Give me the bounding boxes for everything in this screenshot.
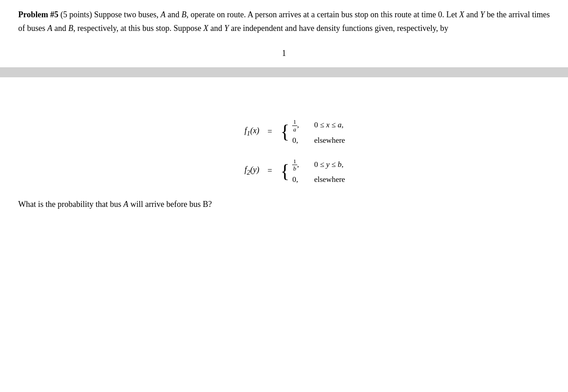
f2-brace: { <box>280 158 289 184</box>
f2-case2: 0, elsewhere <box>292 175 345 184</box>
text-respectively: , respectively, at this bus stop. Suppos… <box>73 24 203 33</box>
number-1: 1 <box>282 49 286 58</box>
text-operate: , operate on route. A person arrives at … <box>187 10 459 19</box>
f2-paren-close: ) <box>257 165 259 174</box>
points-label: (5 points) Suppose two buses, <box>61 10 161 19</box>
f1-equals: = <box>268 127 272 136</box>
f1-subscript: 1 <box>247 130 250 137</box>
text-and-b: and <box>52 24 68 33</box>
problem-title: Problem #5 <box>18 10 58 19</box>
f1-brace-wrapper: { 1 a , 0 ≤ x ≤ a, 0, <box>280 118 345 145</box>
var-A: A <box>161 10 166 19</box>
page: Problem #5 (5 points) Suppose two buses,… <box>0 0 568 392</box>
f1-formula-row: f1(x) = { 1 a , 0 ≤ x ≤ a, <box>223 118 345 145</box>
f2-brace-wrapper: { 1 b , 0 ≤ y ≤ b, 0, <box>280 158 345 184</box>
f1-case1: 1 a , 0 ≤ x ≤ a, <box>292 118 345 133</box>
text-independent: are independent and have density functio… <box>229 24 448 33</box>
bottom-section: f1(x) = { 1 a , 0 ≤ x ≤ a, <box>0 77 568 220</box>
var-B2: B <box>68 24 73 33</box>
f2-case1: 1 b , 0 ≤ y ≤ b, <box>292 158 345 172</box>
f2-case2-condition: elsewhere <box>314 175 345 184</box>
f1-numerator: 1 <box>292 118 297 126</box>
f2-case1-value: 1 b , <box>292 158 306 172</box>
f2-case1-condition: 0 ≤ y ≤ b, <box>314 160 343 169</box>
f2-cases: 1 b , 0 ≤ y ≤ b, 0, elsewhere <box>292 158 345 184</box>
f2-subscript: 2 <box>247 169 250 176</box>
f2-lhs: f2(y) <box>223 165 259 176</box>
f2-denominator: b <box>292 165 297 172</box>
final-question: What is the probability that bus A will … <box>18 198 550 211</box>
f1-case2-value: 0, <box>292 136 306 145</box>
f2-equals: = <box>268 166 272 176</box>
question-text-suffix: will arrive before bus B? <box>128 200 212 209</box>
f1-paren-close: ) <box>257 126 259 135</box>
var-B: B <box>182 10 187 19</box>
problem-text: Problem #5 (5 points) Suppose two buses,… <box>18 8 550 35</box>
f1-case2: 0, elsewhere <box>292 136 345 145</box>
f1-fraction: 1 a <box>292 118 297 133</box>
f1-brace: { <box>280 118 289 145</box>
top-section: Problem #5 (5 points) Suppose two buses,… <box>0 0 568 58</box>
divider-bar <box>0 67 568 77</box>
var-X2: X <box>203 24 208 33</box>
question-bus-A: A <box>123 200 128 209</box>
text-and: and <box>166 10 182 19</box>
var-A2: A <box>47 24 52 33</box>
f1-case1-value: 1 a , <box>292 118 306 133</box>
text-and-y2: and <box>208 24 224 33</box>
f1-denominator: a <box>292 126 297 133</box>
var-X: X <box>459 10 464 19</box>
f1-lhs: f1(x) <box>223 126 259 137</box>
f1-case1-condition: 0 ≤ x ≤ a, <box>314 121 343 130</box>
f2-case2-value: 0, <box>292 175 306 184</box>
f2-fraction: 1 b <box>292 158 297 172</box>
f1-var: x <box>253 126 257 135</box>
f2-formula-row: f2(y) = { 1 b , 0 ≤ y ≤ b, <box>223 158 345 184</box>
text-and-y: and <box>464 10 480 19</box>
question-text-prefix: What is the probability that bus <box>18 200 123 209</box>
var-Y: Y <box>480 10 485 19</box>
var-Y2: Y <box>224 24 229 33</box>
formulas-container: f1(x) = { 1 a , 0 ≤ x ≤ a, <box>18 118 550 184</box>
f2-numerator: 1 <box>292 158 297 166</box>
f1-cases: 1 a , 0 ≤ x ≤ a, 0, elsewhere <box>292 118 345 145</box>
f2-var: y <box>253 165 257 174</box>
centered-number: 1 <box>18 49 550 58</box>
f1-case2-condition: elsewhere <box>314 136 345 145</box>
